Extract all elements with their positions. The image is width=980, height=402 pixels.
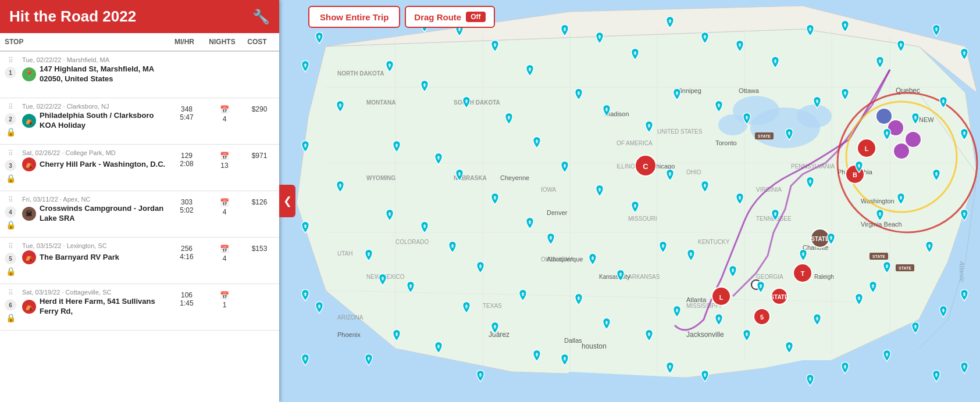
campground-marker[interactable] [742, 329, 752, 344]
campground-marker[interactable] [672, 88, 682, 103]
stop-name[interactable]: Herd it Here Farm, 541 Sullivans Ferry R… [40, 297, 166, 317]
campground-marker[interactable] [525, 64, 535, 80]
campground-marker[interactable] [756, 281, 766, 296]
drag-handle-icon[interactable]: ⠿ [8, 196, 13, 204]
campground-marker[interactable] [931, 370, 942, 385]
campground-marker[interactable] [573, 293, 584, 308]
campground-marker[interactable] [461, 96, 472, 112]
campground-marker[interactable] [300, 289, 311, 304]
campground-marker[interactable] [594, 185, 605, 200]
campground-marker[interactable] [882, 128, 892, 143]
campground-marker[interactable] [770, 209, 781, 224]
drag-handle-icon[interactable]: ⠿ [8, 289, 13, 297]
campground-marker[interactable] [714, 314, 724, 329]
campground-marker[interactable] [784, 342, 794, 357]
campground-marker[interactable] [826, 233, 836, 248]
campground-marker[interactable] [798, 249, 808, 264]
campground-marker[interactable] [924, 241, 935, 256]
campground-marker[interactable] [840, 20, 850, 35]
campground-marker[interactable] [377, 274, 388, 289]
campground-marker[interactable] [525, 217, 535, 232]
campground-marker[interactable] [560, 161, 570, 176]
campground-marker[interactable] [665, 169, 675, 184]
stop-name[interactable]: Cherry Hill Park - Washington, D.C. [40, 160, 165, 170]
campground-marker[interactable] [875, 56, 885, 71]
campground-marker[interactable] [300, 60, 311, 76]
campground-marker[interactable] [490, 322, 500, 337]
campground-marker[interactable] [742, 113, 752, 128]
campground-marker[interactable] [931, 169, 942, 184]
campground-marker[interactable] [560, 354, 570, 369]
stop-name[interactable]: 147 Highland St, Marshfield, MA 02050, U… [40, 64, 166, 84]
campground-marker[interactable] [854, 293, 864, 308]
campground-marker[interactable] [433, 153, 444, 168]
campground-marker[interactable] [335, 100, 345, 116]
campground-marker[interactable] [840, 362, 850, 377]
campground-marker[interactable] [658, 241, 668, 256]
stop-name[interactable]: Philadelphia South / Clarksboro KOA Holi… [40, 111, 166, 131]
campground-marker[interactable] [615, 270, 626, 285]
show-entire-trip-button[interactable]: Show Entire Trip [308, 6, 400, 28]
campground-marker[interactable] [686, 249, 696, 264]
drag-route-button[interactable]: Drag Route Off [405, 6, 494, 28]
stop-name[interactable]: Crosswinds Campground - Jordan Lake SRA [40, 204, 166, 224]
drag-handle-icon[interactable]: ⠿ [8, 242, 13, 250]
drag-handle-icon[interactable]: ⠿ [8, 149, 13, 157]
campground-marker[interactable] [587, 253, 598, 268]
campground-marker[interactable] [601, 318, 612, 333]
campground-marker[interactable] [896, 40, 906, 55]
campground-marker[interactable] [419, 221, 430, 236]
campground-marker[interactable] [770, 56, 781, 71]
campground-marker[interactable] [532, 350, 542, 365]
campground-marker[interactable] [714, 100, 724, 116]
campground-marker[interactable] [532, 137, 542, 152]
campground-marker[interactable] [630, 48, 640, 63]
campground-marker[interactable] [475, 370, 486, 385]
campground-marker[interactable] [419, 80, 430, 95]
campground-marker[interactable] [868, 281, 878, 296]
campground-marker[interactable] [735, 40, 745, 55]
lock-icon[interactable]: 🔒 [6, 174, 16, 183]
campground-marker[interactable] [931, 24, 942, 40]
campground-marker[interactable] [959, 128, 970, 143]
campground-marker[interactable] [700, 370, 710, 385]
campground-marker[interactable] [391, 329, 402, 344]
campground-marker[interactable] [700, 32, 710, 47]
drag-handle-icon[interactable]: ⠿ [8, 56, 13, 64]
campground-marker[interactable] [335, 181, 345, 196]
campground-marker[interactable] [490, 193, 500, 208]
lock-icon[interactable]: 🔒 [6, 127, 16, 137]
campground-marker[interactable] [560, 24, 570, 40]
stop-name[interactable]: The Barnyard RV Park [40, 253, 119, 263]
settings-icon[interactable]: 🔧 [252, 9, 270, 25]
campground-marker[interactable] [364, 354, 374, 369]
campground-marker[interactable] [959, 48, 970, 63]
campground-marker[interactable] [490, 40, 500, 55]
campground-marker[interactable] [630, 201, 640, 216]
campground-marker[interactable] [300, 354, 311, 369]
campground-marker[interactable] [805, 24, 815, 40]
campground-marker[interactable] [840, 88, 850, 103]
campground-marker[interactable] [391, 141, 402, 156]
campground-marker[interactable] [447, 241, 458, 256]
campground-marker[interactable] [384, 60, 395, 76]
campground-marker[interactable] [959, 209, 970, 224]
campground-marker[interactable] [384, 209, 395, 224]
table-row[interactable]: ⠿ 3 🔒 Sat, 02/26/22 · College Park, MD ⛺… [0, 145, 279, 191]
campground-marker[interactable] [938, 96, 949, 112]
campground-marker[interactable] [784, 128, 794, 143]
campground-marker[interactable] [314, 32, 325, 47]
campground-marker[interactable] [504, 113, 514, 128]
table-row[interactable]: ⠿ 1 Tue, 02/22/22 · Marshfield, MA 📍 147… [0, 52, 279, 98]
collapse-panel-button[interactable]: ❮ [279, 185, 295, 217]
campground-marker[interactable] [959, 362, 970, 377]
table-row[interactable]: ⠿ 5 🔒 Tue, 03/15/22 · Lexington, SC ⛺ Th… [0, 238, 279, 284]
campground-marker[interactable] [573, 88, 584, 103]
campground-marker[interactable] [454, 169, 465, 184]
campground-marker[interactable] [644, 121, 654, 136]
campground-marker[interactable] [475, 261, 486, 277]
campground-marker[interactable] [882, 350, 892, 365]
campground-marker[interactable] [700, 181, 710, 196]
campground-marker[interactable] [910, 113, 921, 128]
table-row[interactable]: ⠿ 6 🔒 Sat, 03/19/22 · Cottageville, SC ⛺… [0, 284, 279, 331]
